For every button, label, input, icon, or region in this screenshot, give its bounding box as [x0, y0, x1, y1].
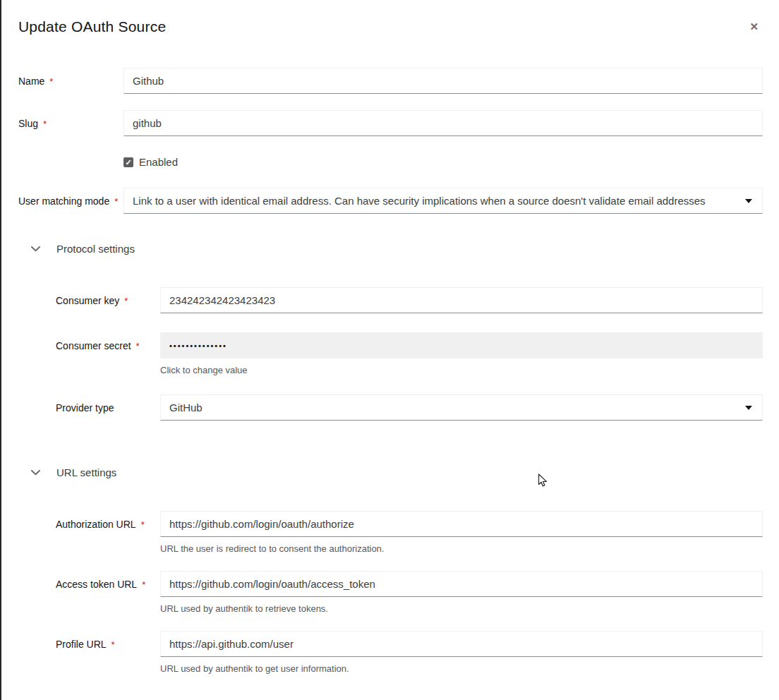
drawer-left-edge	[0, 0, 1, 700]
modal-header: Update OAuth Source ✕	[18, 17, 763, 37]
required-asterisk: *	[142, 579, 145, 590]
slug-label: Slug*	[18, 110, 123, 130]
name-row: Name*	[18, 68, 763, 94]
protocol-settings-section-toggle[interactable]: Protocol settings	[18, 242, 763, 255]
name-input[interactable]	[123, 68, 763, 94]
protocol-settings-title: Protocol settings	[56, 243, 135, 255]
required-asterisk: *	[49, 76, 53, 87]
consumer-secret-input[interactable]	[160, 332, 763, 358]
required-asterisk: *	[141, 519, 145, 530]
profile-url-helper: URL used by authentik to get user inform…	[160, 663, 763, 674]
url-settings-body: Authorization URL* URL the user is redir…	[18, 511, 763, 674]
profile-url-row: Profile URL* URL used by authentik to ge…	[56, 631, 763, 674]
enabled-label: Enabled	[139, 156, 178, 168]
required-asterisk: *	[111, 639, 115, 650]
required-asterisk: *	[136, 341, 140, 351]
provider-type-value: GitHub	[169, 402, 203, 414]
slug-row: Slug*	[18, 110, 763, 136]
provider-type-row: Provider type GitHub	[56, 394, 763, 421]
consumer-key-input[interactable]	[160, 287, 763, 313]
close-icon[interactable]: ✕	[745, 20, 763, 33]
slug-input[interactable]	[123, 110, 763, 136]
required-asterisk: *	[43, 119, 47, 129]
caret-down-icon	[745, 406, 752, 410]
name-label: Name*	[18, 68, 123, 88]
consumer-secret-row: Consumer secret* Click to change value	[56, 332, 763, 375]
checkbox-checked-icon[interactable]: ✓	[123, 157, 133, 167]
user-matching-mode-row: User matching mode* Link to a user with …	[18, 188, 763, 214]
chevron-down-icon	[31, 466, 40, 478]
user-matching-mode-select[interactable]: Link to a user with identical email addr…	[123, 188, 763, 214]
enabled-checkbox[interactable]: ✓ Enabled	[123, 156, 763, 168]
url-settings-section-toggle[interactable]: URL settings	[18, 466, 763, 478]
access-token-url-label: Access token URL*	[56, 571, 160, 591]
required-asterisk: *	[124, 296, 128, 306]
profile-url-label: Profile URL*	[56, 631, 160, 651]
update-oauth-source-modal: Update OAuth Source ✕ Name* Slug* ✓ Enab…	[0, 0, 779, 674]
consumer-secret-label: Consumer secret*	[56, 332, 160, 352]
enabled-row: ✓ Enabled	[18, 156, 763, 168]
authorization-url-row: Authorization URL* URL the user is redir…	[56, 511, 763, 554]
authorization-url-input[interactable]	[160, 511, 763, 537]
profile-url-input[interactable]	[160, 631, 763, 657]
access-token-url-input[interactable]	[160, 571, 763, 597]
access-token-url-helper: URL used by authentik to retrieve tokens…	[160, 603, 763, 614]
authorization-url-label: Authorization URL*	[56, 511, 160, 531]
oauth-source-form: Name* Slug* ✓ Enabled User matching mode…	[18, 68, 763, 674]
page-title: Update OAuth Source	[18, 17, 166, 37]
provider-type-label: Provider type	[56, 394, 160, 414]
required-asterisk: *	[114, 196, 118, 207]
provider-type-select[interactable]: GitHub	[160, 394, 763, 421]
user-matching-mode-value: Link to a user with identical email addr…	[133, 195, 706, 207]
access-token-url-row: Access token URL* URL used by authentik …	[56, 571, 763, 614]
caret-down-icon	[745, 199, 752, 203]
consumer-key-row: Consumer key*	[56, 287, 763, 313]
url-settings-title: URL settings	[56, 466, 116, 478]
protocol-settings-body: Consumer key* Consumer secret* Click to …	[18, 287, 763, 421]
authorization-url-helper: URL the user is redirect to to consent t…	[160, 543, 763, 554]
user-matching-mode-label: User matching mode*	[18, 188, 123, 207]
consumer-key-label: Consumer key*	[56, 287, 160, 307]
chevron-down-icon	[31, 242, 40, 255]
consumer-secret-helper[interactable]: Click to change value	[160, 365, 763, 375]
